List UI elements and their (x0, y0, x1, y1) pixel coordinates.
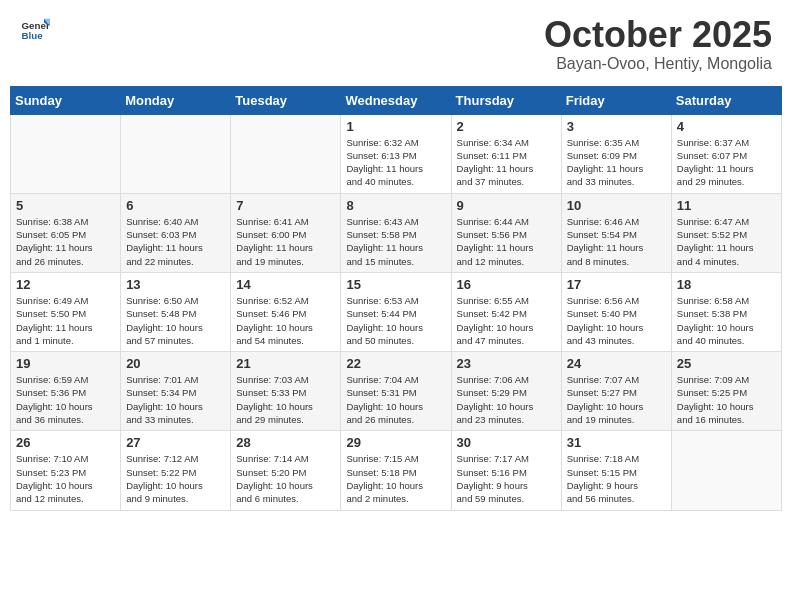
day-number: 28 (236, 435, 335, 450)
calendar-day: 12Sunrise: 6:49 AM Sunset: 5:50 PM Dayli… (11, 272, 121, 351)
calendar-day: 21Sunrise: 7:03 AM Sunset: 5:33 PM Dayli… (231, 352, 341, 431)
location-subtitle: Bayan-Ovoo, Hentiy, Mongolia (544, 55, 772, 73)
day-number: 17 (567, 277, 666, 292)
day-info: Sunrise: 7:04 AM Sunset: 5:31 PM Dayligh… (346, 373, 445, 426)
day-info: Sunrise: 6:32 AM Sunset: 6:13 PM Dayligh… (346, 136, 445, 189)
day-number: 5 (16, 198, 115, 213)
day-info: Sunrise: 6:52 AM Sunset: 5:46 PM Dayligh… (236, 294, 335, 347)
day-number: 12 (16, 277, 115, 292)
calendar-week-2: 5Sunrise: 6:38 AM Sunset: 6:05 PM Daylig… (11, 193, 782, 272)
calendar-day: 4Sunrise: 6:37 AM Sunset: 6:07 PM Daylig… (671, 114, 781, 193)
calendar-day: 24Sunrise: 7:07 AM Sunset: 5:27 PM Dayli… (561, 352, 671, 431)
day-info: Sunrise: 6:55 AM Sunset: 5:42 PM Dayligh… (457, 294, 556, 347)
weekday-header-wednesday: Wednesday (341, 86, 451, 114)
page-header: General Blue October 2025 Bayan-Ovoo, He… (10, 10, 782, 78)
day-info: Sunrise: 6:46 AM Sunset: 5:54 PM Dayligh… (567, 215, 666, 268)
day-number: 30 (457, 435, 556, 450)
day-info: Sunrise: 6:49 AM Sunset: 5:50 PM Dayligh… (16, 294, 115, 347)
day-info: Sunrise: 7:06 AM Sunset: 5:29 PM Dayligh… (457, 373, 556, 426)
calendar-day (231, 114, 341, 193)
calendar-day: 19Sunrise: 6:59 AM Sunset: 5:36 PM Dayli… (11, 352, 121, 431)
day-number: 10 (567, 198, 666, 213)
day-info: Sunrise: 6:38 AM Sunset: 6:05 PM Dayligh… (16, 215, 115, 268)
day-info: Sunrise: 6:56 AM Sunset: 5:40 PM Dayligh… (567, 294, 666, 347)
day-info: Sunrise: 7:01 AM Sunset: 5:34 PM Dayligh… (126, 373, 225, 426)
calendar-day: 28Sunrise: 7:14 AM Sunset: 5:20 PM Dayli… (231, 431, 341, 510)
calendar-day: 20Sunrise: 7:01 AM Sunset: 5:34 PM Dayli… (121, 352, 231, 431)
day-number: 8 (346, 198, 445, 213)
day-number: 6 (126, 198, 225, 213)
day-info: Sunrise: 6:40 AM Sunset: 6:03 PM Dayligh… (126, 215, 225, 268)
weekday-header-sunday: Sunday (11, 86, 121, 114)
day-number: 19 (16, 356, 115, 371)
day-number: 2 (457, 119, 556, 134)
day-number: 27 (126, 435, 225, 450)
day-number: 20 (126, 356, 225, 371)
weekday-header-thursday: Thursday (451, 86, 561, 114)
day-number: 22 (346, 356, 445, 371)
day-info: Sunrise: 6:37 AM Sunset: 6:07 PM Dayligh… (677, 136, 776, 189)
day-info: Sunrise: 7:03 AM Sunset: 5:33 PM Dayligh… (236, 373, 335, 426)
day-info: Sunrise: 6:50 AM Sunset: 5:48 PM Dayligh… (126, 294, 225, 347)
calendar-day: 13Sunrise: 6:50 AM Sunset: 5:48 PM Dayli… (121, 272, 231, 351)
day-info: Sunrise: 7:10 AM Sunset: 5:23 PM Dayligh… (16, 452, 115, 505)
weekday-header-row: SundayMondayTuesdayWednesdayThursdayFrid… (11, 86, 782, 114)
calendar-day: 14Sunrise: 6:52 AM Sunset: 5:46 PM Dayli… (231, 272, 341, 351)
calendar-day (671, 431, 781, 510)
calendar-week-1: 1Sunrise: 6:32 AM Sunset: 6:13 PM Daylig… (11, 114, 782, 193)
day-info: Sunrise: 7:14 AM Sunset: 5:20 PM Dayligh… (236, 452, 335, 505)
day-info: Sunrise: 7:15 AM Sunset: 5:18 PM Dayligh… (346, 452, 445, 505)
weekday-header-tuesday: Tuesday (231, 86, 341, 114)
day-number: 14 (236, 277, 335, 292)
month-title: October 2025 (544, 15, 772, 55)
calendar-day: 2Sunrise: 6:34 AM Sunset: 6:11 PM Daylig… (451, 114, 561, 193)
weekday-header-monday: Monday (121, 86, 231, 114)
weekday-header-saturday: Saturday (671, 86, 781, 114)
calendar-day: 7Sunrise: 6:41 AM Sunset: 6:00 PM Daylig… (231, 193, 341, 272)
calendar-day: 30Sunrise: 7:17 AM Sunset: 5:16 PM Dayli… (451, 431, 561, 510)
day-info: Sunrise: 7:17 AM Sunset: 5:16 PM Dayligh… (457, 452, 556, 505)
day-info: Sunrise: 7:07 AM Sunset: 5:27 PM Dayligh… (567, 373, 666, 426)
calendar-day: 9Sunrise: 6:44 AM Sunset: 5:56 PM Daylig… (451, 193, 561, 272)
day-number: 29 (346, 435, 445, 450)
calendar-week-3: 12Sunrise: 6:49 AM Sunset: 5:50 PM Dayli… (11, 272, 782, 351)
logo-icon: General Blue (20, 15, 50, 45)
calendar-day: 31Sunrise: 7:18 AM Sunset: 5:15 PM Dayli… (561, 431, 671, 510)
day-number: 7 (236, 198, 335, 213)
day-number: 9 (457, 198, 556, 213)
calendar-week-5: 26Sunrise: 7:10 AM Sunset: 5:23 PM Dayli… (11, 431, 782, 510)
weekday-header-friday: Friday (561, 86, 671, 114)
day-info: Sunrise: 6:58 AM Sunset: 5:38 PM Dayligh… (677, 294, 776, 347)
svg-text:Blue: Blue (22, 30, 44, 41)
day-number: 4 (677, 119, 776, 134)
calendar-day: 10Sunrise: 6:46 AM Sunset: 5:54 PM Dayli… (561, 193, 671, 272)
day-number: 11 (677, 198, 776, 213)
day-info: Sunrise: 6:59 AM Sunset: 5:36 PM Dayligh… (16, 373, 115, 426)
calendar-table: SundayMondayTuesdayWednesdayThursdayFrid… (10, 86, 782, 511)
calendar-day: 5Sunrise: 6:38 AM Sunset: 6:05 PM Daylig… (11, 193, 121, 272)
calendar-day: 6Sunrise: 6:40 AM Sunset: 6:03 PM Daylig… (121, 193, 231, 272)
day-info: Sunrise: 6:43 AM Sunset: 5:58 PM Dayligh… (346, 215, 445, 268)
day-info: Sunrise: 6:35 AM Sunset: 6:09 PM Dayligh… (567, 136, 666, 189)
day-info: Sunrise: 6:34 AM Sunset: 6:11 PM Dayligh… (457, 136, 556, 189)
day-info: Sunrise: 7:09 AM Sunset: 5:25 PM Dayligh… (677, 373, 776, 426)
calendar-day: 29Sunrise: 7:15 AM Sunset: 5:18 PM Dayli… (341, 431, 451, 510)
day-info: Sunrise: 6:44 AM Sunset: 5:56 PM Dayligh… (457, 215, 556, 268)
calendar-day: 1Sunrise: 6:32 AM Sunset: 6:13 PM Daylig… (341, 114, 451, 193)
day-number: 24 (567, 356, 666, 371)
day-info: Sunrise: 7:12 AM Sunset: 5:22 PM Dayligh… (126, 452, 225, 505)
day-number: 31 (567, 435, 666, 450)
day-number: 25 (677, 356, 776, 371)
day-info: Sunrise: 6:47 AM Sunset: 5:52 PM Dayligh… (677, 215, 776, 268)
day-info: Sunrise: 7:18 AM Sunset: 5:15 PM Dayligh… (567, 452, 666, 505)
calendar-day: 25Sunrise: 7:09 AM Sunset: 5:25 PM Dayli… (671, 352, 781, 431)
day-number: 23 (457, 356, 556, 371)
calendar-day: 16Sunrise: 6:55 AM Sunset: 5:42 PM Dayli… (451, 272, 561, 351)
calendar-day: 3Sunrise: 6:35 AM Sunset: 6:09 PM Daylig… (561, 114, 671, 193)
day-info: Sunrise: 6:53 AM Sunset: 5:44 PM Dayligh… (346, 294, 445, 347)
calendar-day: 15Sunrise: 6:53 AM Sunset: 5:44 PM Dayli… (341, 272, 451, 351)
day-number: 13 (126, 277, 225, 292)
calendar-day (11, 114, 121, 193)
day-number: 26 (16, 435, 115, 450)
day-number: 1 (346, 119, 445, 134)
